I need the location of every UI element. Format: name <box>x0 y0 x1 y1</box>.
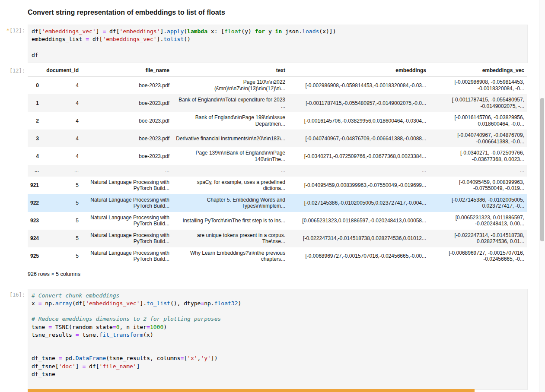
code-token: ) <box>238 300 242 307</box>
code-token: (tsne_results, columns <box>106 355 180 361</box>
code-token: TSNE(random_state <box>52 324 113 330</box>
cell-file_name: boe-2023.pdf <box>81 76 172 95</box>
table-row-1: 14boe-2023.pdfBank of England\n\nTotal e… <box>28 94 527 112</box>
cell-text: spaCy, for example, uses a predefined di… <box>172 177 288 194</box>
cell-text: Bank of England\n\nTotal expenditure for… <box>172 94 288 112</box>
code-token: 'embeddings_vec' <box>41 28 96 35</box>
vertical-scrollbar[interactable] <box>539 0 545 392</box>
code-line: df_tsne['doc'] = df['file_name'] <box>32 363 524 370</box>
code-line: df_tsne <box>32 370 524 378</box>
code-token: array <box>55 300 72 307</box>
column-header-text: text <box>172 66 288 76</box>
code-token: apply <box>167 28 184 35</box>
code-token: # Reduce emeddings dimensions to 2 for p… <box>32 316 221 322</box>
cell-embeddings: [-0.0011787415,-0.055480957,-0.014900207… <box>288 94 429 112</box>
input-prompt-2: [16]: <box>2 292 25 298</box>
code-token: = <box>147 324 150 330</box>
row-index: 923 <box>28 212 41 230</box>
cell-embeddings_vec: [-0.04095459, 0.008399963, -0.07550049, … <box>429 177 527 194</box>
code-cell-2[interactable]: [16]: # Convert chunk embeddingsx = np.a… <box>28 289 528 390</box>
cell-text: are unique tokens present in a corpus. T… <box>172 230 288 247</box>
code-token: 'file_name' <box>99 363 137 370</box>
cell-embeddings_vec: [0.0065231323, 0.011886597, -0.020248413… <box>429 212 527 230</box>
cell-embeddings: [0.0065231323,0.011886597,-0.020248413,0… <box>288 212 429 230</box>
running-star: * <box>6 28 10 34</box>
dataframe-output: document_idfile_nametextembeddingsembedd… <box>28 66 528 277</box>
code-token: ) <box>163 324 167 330</box>
dataframe-summary: 926 rows × 5 columns <box>28 271 528 277</box>
code-token: x <box>32 300 38 307</box>
code-token: ]) <box>211 355 218 361</box>
output-cell-1: [12]: document_idfile_nametextembeddings… <box>28 66 528 277</box>
code-token: np. <box>204 300 214 307</box>
code-line <box>32 378 524 386</box>
row-index: 0 <box>28 76 41 95</box>
column-header-index <box>28 66 41 76</box>
cell-embeddings_vec: [-0.040740967, -0.04876709, -0.006641388… <box>429 130 527 147</box>
cell-file_name: Natural Language Processing with PyTorch… <box>81 247 172 265</box>
cell-document_id: ... <box>41 165 81 177</box>
cell-embeddings: [-0.022247314,-0.014518738,0.028274536,0… <box>288 230 429 247</box>
cell-document_id: 5 <box>41 247 81 265</box>
cell-embeddings_vec: [-0.002986908, -0.059814453, -0.00183200… <box>429 76 527 95</box>
cell-embeddings_vec: [-0.0011787415, -0.055480957, -0.0149002… <box>429 94 527 112</box>
code-line: # Reduce emeddings dimensions to 2 for p… <box>32 315 524 323</box>
table-row-4: 44boe-2023.pdfPage 139\n\nBank of Englan… <box>28 147 527 165</box>
cell-embeddings: [-0.040740967,-0.04876709,-0.006641388,-… <box>288 130 429 147</box>
cell-text: Installing PyTorch\n\nThe first step is … <box>172 212 288 230</box>
column-header-embeddings_vec: embeddings_vec <box>429 66 527 76</box>
table-row-924: 9245Natural Language Processing with PyT… <box>28 230 527 247</box>
code-token: () <box>184 36 191 42</box>
code-line: embeddings_list = df['embeddings_vec'].t… <box>32 35 524 43</box>
row-index: 1 <box>28 94 41 112</box>
markdown-heading: Convert string representation of embeddi… <box>28 9 539 16</box>
cell-embeddings_vec: [-0.022247314, -0.014518738, 0.028274536… <box>429 230 527 247</box>
code-token: fit_transform <box>99 332 143 338</box>
code-token: df[ <box>32 28 41 35</box>
table-row-3: 34boe-2023.pdfDerivative financial instr… <box>28 130 527 147</box>
code-token: df_tsne <box>32 355 59 361</box>
input-prompt-1-label: [12]: <box>10 28 25 34</box>
cell-embeddings: [-0.04095459,0.008399963,-0.07550049,-0.… <box>288 177 429 194</box>
output-prompt-1: [12]: <box>2 68 25 74</box>
table-row-0: 04boe-2023.pdfPage 110\n\n2022 (£mn)\n\n… <box>28 76 527 95</box>
code-line: df['embeddings_vec'] = df['embeddings'].… <box>32 28 524 35</box>
input-prompt-1: *[12]: <box>2 28 25 34</box>
markdown-cell[interactable]: Convert string representation of embeddi… <box>0 9 539 16</box>
cell-embeddings: [-0.002986908,-0.059814453,-0.0018320084… <box>288 76 429 95</box>
code-token: (df[ <box>72 300 86 307</box>
code-token: 'x' <box>187 355 197 361</box>
code-line: df_tsne = pd.DataFrame(tsne_results, col… <box>32 354 524 362</box>
row-index: 922 <box>28 194 41 212</box>
code-token: y <box>265 28 275 35</box>
code-cell-1[interactable]: *[12]: df['embeddings_vec'] = df['embedd… <box>28 25 528 63</box>
code-token: tolist <box>163 36 184 42</box>
cell-file_name: Natural Language Processing with PyTorch… <box>81 194 172 212</box>
code-token: 0 <box>116 324 120 330</box>
cell-file_name: Natural Language Processing with PyTorch… <box>81 177 172 194</box>
code-line <box>32 43 524 51</box>
code-token: tsne. <box>79 332 99 338</box>
horizontal-scrollbar-thumb[interactable] <box>28 389 475 392</box>
vertical-scrollbar-thumb[interactable] <box>540 98 544 241</box>
code-token: in <box>275 28 282 35</box>
cell-embeddings: [-0.0016145706,-0.03829956,0.018600464,-… <box>288 112 429 130</box>
table-row-922: 9225Natural Language Processing with PyT… <box>28 194 527 212</box>
cell-document_id: 4 <box>41 147 81 165</box>
cell-document_id: 4 <box>41 130 81 147</box>
code-editor-2[interactable]: # Convert chunk embeddingsx = np.array(d… <box>28 289 528 390</box>
cell-embeddings: ... <box>288 165 429 177</box>
cell-file_name: boe-2023.pdf <box>81 130 172 147</box>
code-token: ( <box>184 28 187 35</box>
code-token: df[ <box>86 363 99 370</box>
code-token: df_tsne <box>32 371 55 377</box>
table-row-921: 9215Natural Language Processing with PyT… <box>28 177 527 194</box>
cell-text: Derivative financial instruments\n\n20\n… <box>172 130 288 147</box>
code-token: for <box>255 28 265 35</box>
code-token: = <box>113 324 116 330</box>
code-editor-1[interactable]: df['embeddings_vec'] = df['embeddings'].… <box>28 25 528 63</box>
code-token: (), dtype <box>170 300 201 307</box>
cell-embeddings_vec: [-0.0340271, -0.072509766, -0.03677368, … <box>429 147 527 165</box>
column-header-file_name: file_name <box>81 66 172 76</box>
dataframe-table: document_idfile_nametextembeddingsembedd… <box>28 66 527 265</box>
